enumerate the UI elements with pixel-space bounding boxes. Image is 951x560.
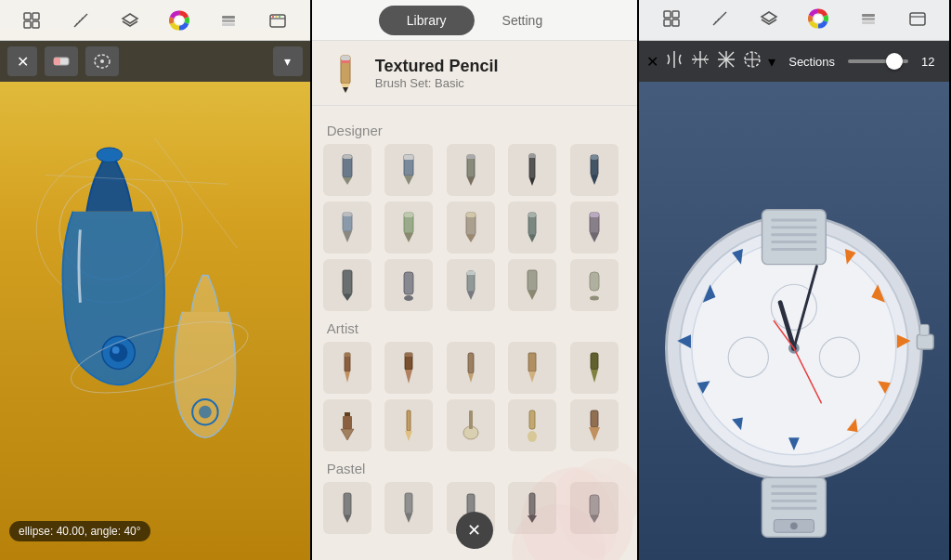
brush-item[interactable] bbox=[508, 202, 556, 254]
brush-item[interactable] bbox=[323, 259, 371, 311]
sections-slider[interactable] bbox=[848, 59, 908, 63]
brush-item[interactable] bbox=[384, 342, 433, 394]
svg-rect-3 bbox=[33, 21, 39, 28]
svg-point-27 bbox=[110, 344, 128, 362]
svg-rect-95 bbox=[591, 353, 598, 370]
brush-item[interactable] bbox=[508, 259, 556, 311]
sketch-panel: ✕ ▾ bbox=[0, 0, 312, 560]
svg-rect-80 bbox=[467, 271, 475, 275]
brush-item[interactable] bbox=[570, 202, 619, 254]
brush-item[interactable] bbox=[508, 144, 556, 196]
svg-rect-128 bbox=[862, 18, 875, 20]
svg-point-77 bbox=[404, 295, 413, 301]
brush-item[interactable] bbox=[384, 144, 433, 196]
brush-item[interactable] bbox=[323, 342, 371, 394]
more-options-icon[interactable]: ▾ bbox=[273, 46, 303, 76]
svg-rect-127 bbox=[862, 14, 875, 17]
tab-setting[interactable]: Setting bbox=[475, 6, 571, 35]
tab-library[interactable]: Library bbox=[379, 6, 475, 35]
stack-icon[interactable] bbox=[215, 7, 241, 33]
selection-icon[interactable] bbox=[85, 46, 119, 76]
svg-marker-36 bbox=[343, 87, 348, 93]
svg-rect-120 bbox=[664, 20, 671, 26]
svg-rect-61 bbox=[343, 213, 352, 216]
svg-marker-79 bbox=[467, 292, 475, 300]
svg-rect-13 bbox=[222, 23, 235, 26]
more-options-icon[interactable]: ▾ bbox=[768, 53, 775, 71]
brush-item[interactable] bbox=[508, 342, 556, 394]
layers-icon[interactable] bbox=[117, 7, 143, 33]
brush-item[interactable] bbox=[447, 259, 495, 311]
symmetry4-icon[interactable] bbox=[742, 49, 762, 73]
category-designer: Designer bbox=[327, 123, 626, 138]
svg-rect-129 bbox=[862, 21, 875, 24]
svg-marker-45 bbox=[343, 177, 352, 185]
svg-marker-60 bbox=[343, 231, 352, 242]
sketch-canvas bbox=[0, 82, 310, 560]
watch-panel: ✕ bbox=[639, 0, 951, 560]
svg-marker-69 bbox=[528, 235, 536, 242]
brush-info: Textured Pencil Brush Set: Basic bbox=[375, 57, 499, 90]
svg-point-28 bbox=[112, 346, 120, 354]
brush-item[interactable] bbox=[447, 202, 495, 254]
svg-rect-169 bbox=[772, 219, 817, 222]
svg-rect-58 bbox=[591, 155, 598, 160]
float-close-button[interactable]: ✕ bbox=[456, 512, 493, 549]
close-button[interactable]: ✕ bbox=[646, 53, 658, 71]
svg-marker-92 bbox=[468, 373, 474, 383]
svg-rect-11 bbox=[222, 16, 235, 19]
window-icon[interactable] bbox=[265, 7, 291, 33]
svg-line-32 bbox=[46, 175, 228, 184]
close-button[interactable]: ✕ bbox=[7, 46, 37, 76]
brush-item[interactable] bbox=[323, 202, 371, 254]
svg-marker-94 bbox=[528, 371, 536, 383]
svg-point-180 bbox=[790, 522, 798, 529]
brush-item[interactable] bbox=[570, 342, 619, 394]
brush-item[interactable] bbox=[323, 144, 371, 196]
brush-item[interactable] bbox=[570, 259, 619, 311]
svg-marker-66 bbox=[466, 235, 476, 242]
brush-preview-icon bbox=[327, 55, 364, 92]
svg-point-84 bbox=[590, 296, 599, 301]
svg-marker-51 bbox=[467, 177, 475, 186]
grid-icon[interactable] bbox=[19, 7, 45, 33]
svg-rect-0 bbox=[24, 13, 31, 20]
window-icon[interactable] bbox=[908, 9, 927, 32]
svg-rect-46 bbox=[343, 155, 352, 159]
brush-item[interactable] bbox=[384, 259, 433, 311]
ruler-icon[interactable] bbox=[710, 9, 729, 32]
color-wheel-icon[interactable] bbox=[808, 8, 828, 33]
symmetry2-icon[interactable] bbox=[690, 49, 710, 74]
svg-rect-73 bbox=[590, 213, 599, 217]
svg-rect-170 bbox=[772, 226, 817, 228]
brush-item[interactable] bbox=[384, 202, 433, 254]
ruler-icon[interactable] bbox=[68, 7, 94, 33]
status-label: ellipse: 40.00, angle: 40° bbox=[9, 521, 150, 541]
brush-item[interactable] bbox=[447, 144, 495, 196]
grid-icon[interactable] bbox=[662, 9, 681, 32]
sections-label: Sections bbox=[788, 55, 835, 69]
sections-value: 12 bbox=[921, 55, 942, 69]
svg-rect-119 bbox=[672, 11, 679, 18]
svg-rect-146 bbox=[920, 324, 930, 335]
svg-point-22 bbox=[100, 59, 104, 63]
svg-point-25 bbox=[97, 148, 122, 163]
svg-rect-83 bbox=[590, 272, 599, 291]
svg-marker-63 bbox=[404, 233, 413, 242]
brush-item[interactable] bbox=[447, 342, 495, 394]
layers-icon[interactable] bbox=[760, 9, 778, 32]
panel1-subtoolbar: ✕ ▾ bbox=[0, 41, 310, 82]
brush-item[interactable] bbox=[570, 144, 619, 196]
category-artist: Artist bbox=[327, 320, 626, 336]
stack-icon[interactable] bbox=[859, 9, 878, 32]
svg-rect-172 bbox=[772, 241, 817, 243]
eraser-icon[interactable] bbox=[45, 46, 78, 76]
symmetry3-icon[interactable] bbox=[716, 49, 736, 73]
color-wheel-icon[interactable] bbox=[166, 7, 192, 33]
brush-library-panel: Library Setting Textured Pencil Brush Se… bbox=[312, 0, 639, 560]
brush-tabs-bar: Library Setting bbox=[312, 0, 637, 41]
svg-marker-96 bbox=[591, 370, 598, 383]
watch-drawing-canvas bbox=[639, 82, 949, 560]
symmetry1-icon[interactable] bbox=[664, 49, 684, 74]
brush-name: Textured Pencil bbox=[375, 57, 499, 76]
